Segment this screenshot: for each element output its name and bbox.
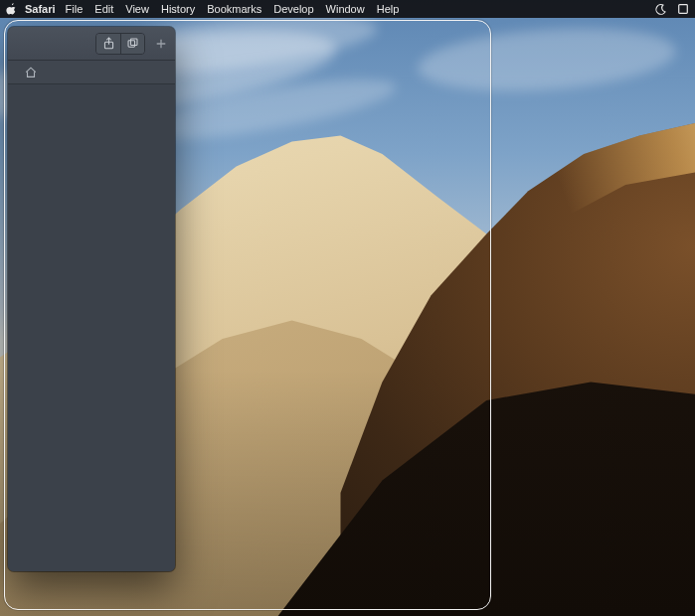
- menu-bar: Safari File Edit View History Bookmarks …: [0, 0, 695, 18]
- menu-edit[interactable]: Edit: [94, 0, 113, 18]
- fullscreen-toggle-icon[interactable]: [677, 3, 689, 15]
- show-tabs-button[interactable]: [120, 34, 144, 54]
- tabs-icon: [126, 37, 139, 50]
- plus-icon: [155, 38, 167, 50]
- apple-menu-icon[interactable]: [6, 3, 17, 15]
- safari-tab-bar: [8, 61, 175, 84]
- safari-window: [8, 27, 175, 571]
- new-tab-button[interactable]: [151, 34, 171, 54]
- menu-develop[interactable]: Develop: [273, 0, 313, 18]
- safari-toolbar: [8, 27, 175, 61]
- safari-content-area: [8, 84, 175, 571]
- menu-view[interactable]: View: [125, 0, 149, 18]
- share-icon: [102, 37, 115, 50]
- active-app-name[interactable]: Safari: [25, 0, 56, 18]
- cloud-decoration: [416, 21, 678, 98]
- menu-history[interactable]: History: [161, 0, 195, 18]
- toolbar-button-group: [95, 33, 145, 55]
- menu-window[interactable]: Window: [326, 0, 365, 18]
- menu-help[interactable]: Help: [377, 0, 400, 18]
- svg-rect-3: [130, 39, 137, 46]
- menu-bookmarks[interactable]: Bookmarks: [207, 0, 261, 18]
- svg-rect-0: [679, 5, 688, 14]
- start-page-tab[interactable]: [14, 61, 48, 84]
- do-not-disturb-icon[interactable]: [654, 3, 667, 16]
- menu-file[interactable]: File: [66, 0, 84, 18]
- home-icon: [24, 66, 38, 79]
- svg-rect-2: [128, 41, 135, 48]
- share-button[interactable]: [96, 34, 120, 54]
